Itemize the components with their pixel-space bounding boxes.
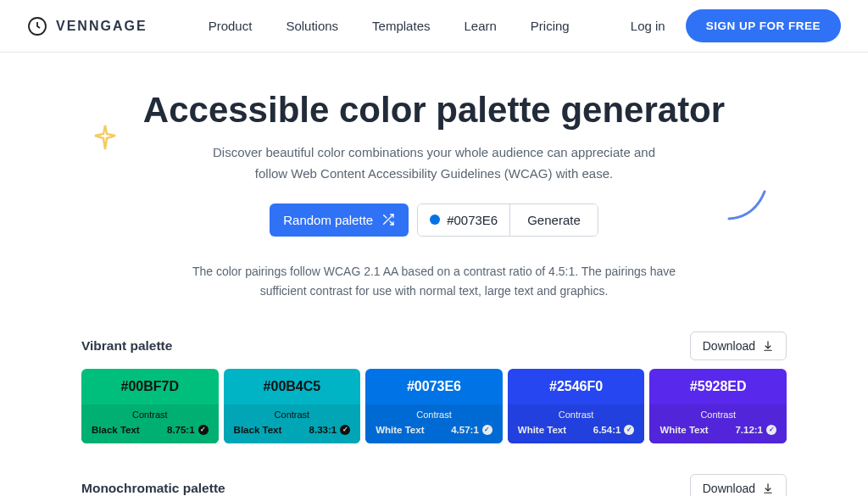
shuffle-icon [381,213,395,226]
text-mode-label: White Text [518,425,566,435]
color-hex: #5928ED [649,369,787,404]
generator-controls: Random palette #0073E6 Generate [270,203,598,237]
contrast-label: Contrast [234,410,351,420]
nav-solutions[interactable]: Solutions [286,19,338,33]
color-hex: #00BF7D [81,369,219,404]
text-mode-label: White Text [659,425,708,435]
color-card[interactable]: #0073E6 Contrast White Text 4.57:1 [365,369,503,443]
contrast-label: Contrast [518,410,635,420]
nav-links: Product Solutions Templates Learn Pricin… [209,19,570,33]
contrast-ratio: 7.12:1 [735,425,776,435]
text-mode-label: Black Text [92,425,140,435]
nav-pricing[interactable]: Pricing [531,19,570,33]
check-icon [198,425,209,435]
brand-logo[interactable]: VENNGAGE [27,16,147,36]
check-icon [340,425,350,435]
download-button[interactable]: Download [690,474,787,496]
color-card[interactable]: #2546F0 Contrast White Text 6.54:1 [508,369,645,443]
color-contrast-panel: Contrast Black Text 8.33:1 [224,404,361,443]
download-button[interactable]: Download [690,332,787,360]
color-hex: #2546F0 [508,369,645,404]
sparkle-icon [93,124,117,153]
color-card[interactable]: #5928ED Contrast White Text 7.12:1 [649,369,787,443]
color-hex: #00B4C5 [224,369,361,404]
check-icon [482,425,492,435]
color-card[interactable]: #00B4C5 Contrast Black Text 8.33:1 [224,369,361,443]
palette-row: #00BF7D Contrast Black Text 8.75:1 #00B4… [81,369,787,443]
contrast-label: Contrast [376,410,492,420]
check-icon [766,425,776,435]
download-icon [762,340,774,352]
color-contrast-panel: Contrast White Text 6.54:1 [508,404,645,443]
hex-value: #0073E6 [447,213,498,227]
palette-header: Vibrant palette Download [81,332,787,360]
random-palette-button[interactable]: Random palette [270,203,409,237]
download-label: Download [703,482,755,495]
nav-product[interactable]: Product [209,19,253,33]
clock-icon [27,16,47,36]
contrast-ratio: 6.54:1 [593,425,635,435]
contrast-ratio: 4.57:1 [451,425,492,435]
swoosh-icon [726,188,768,222]
contrast-ratio: 8.75:1 [167,425,209,435]
generate-button[interactable]: Generate [509,204,598,236]
signup-button[interactable]: SIGN UP FOR FREE [686,9,841,42]
palette-section: Monochromatic palette Download #B3C7F7 C… [81,474,787,496]
color-contrast-panel: Contrast White Text 4.57:1 [365,404,503,443]
login-link[interactable]: Log in [631,19,665,33]
page-subtitle: Discover beautiful color combinations yo… [197,142,671,185]
nav-learn[interactable]: Learn [464,19,496,33]
top-nav: VENNGAGE Product Solutions Templates Lea… [0,0,868,53]
hex-input[interactable]: #0073E6 [418,204,509,236]
hex-input-group: #0073E6 Generate [417,203,598,237]
color-contrast-panel: Contrast White Text 7.12:1 [649,404,787,443]
random-palette-label: Random palette [283,213,373,227]
nav-auth: Log in SIGN UP FOR FREE [631,9,841,42]
color-card[interactable]: #00BF7D Contrast Black Text 8.75:1 [81,369,219,443]
contrast-label: Contrast [659,410,776,420]
page-title: Accessible color palette generator [0,90,868,131]
hex-swatch [430,215,440,225]
palette-title: Vibrant palette [81,338,172,354]
palette-section: Vibrant palette Download #00BF7D Contras… [81,332,787,443]
color-contrast-panel: Contrast Black Text 8.75:1 [81,404,219,443]
contrast-label: Contrast [92,410,209,420]
palette-title: Monochromatic palette [81,481,225,496]
text-mode-label: White Text [376,425,424,435]
text-mode-label: Black Text [234,425,282,435]
download-label: Download [703,339,755,353]
hero-note: The color pairings follow WCAG 2.1 AA ba… [180,262,688,301]
brand-name: VENNGAGE [56,19,147,34]
nav-templates[interactable]: Templates [372,19,430,33]
color-hex: #0073E6 [365,369,503,404]
hero: Accessible color palette generator Disco… [0,53,868,301]
download-icon [762,482,774,494]
contrast-ratio: 8.33:1 [309,425,351,435]
palette-header: Monochromatic palette Download [81,474,787,496]
check-icon [624,425,634,435]
